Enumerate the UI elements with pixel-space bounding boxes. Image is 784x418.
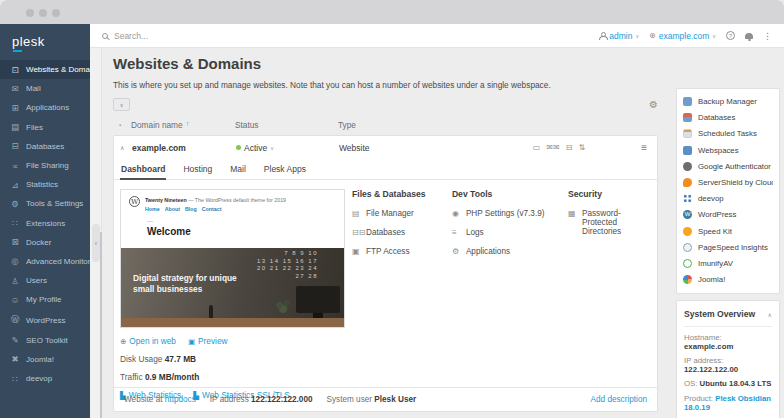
sidebar-collapse-handle[interactable]: ‹	[92, 224, 100, 262]
main-content: Websites & Domains This is where you set…	[102, 48, 668, 418]
settings-sliders-icon[interactable]	[578, 143, 585, 152]
sidebar-item-docker[interactable]: Docker	[0, 233, 90, 252]
ftp-access-item[interactable]: FTP Access	[352, 247, 445, 256]
php-icon	[452, 209, 461, 218]
database-icon: ⊟	[352, 228, 361, 237]
domain-name-header[interactable]: Domain name↑	[131, 120, 235, 130]
status-header[interactable]: Status	[235, 120, 338, 130]
tool-databases[interactable]: Databases	[683, 113, 773, 122]
help-button[interactable]: ?	[726, 31, 735, 40]
docker-icon	[10, 237, 20, 247]
folder-icon[interactable]	[533, 143, 541, 152]
column-title: Files & Databases	[352, 189, 445, 199]
add-description-link[interactable]: Add description	[591, 395, 647, 404]
password-protected-directories-item[interactable]: Password-Protected Directories	[568, 209, 651, 236]
file-manager-item[interactable]: File Manager	[352, 209, 445, 218]
sidebar-item-deevop[interactable]: deevop	[0, 369, 90, 388]
tool-joomla[interactable]: Joomla!	[683, 275, 773, 284]
hostname-row: Hostname: example.com	[684, 333, 772, 351]
plant-decoration	[274, 298, 292, 316]
sidebar-item-my-profile[interactable]: My Profile	[0, 290, 90, 309]
plesk-logo[interactable]: plesk	[0, 29, 90, 60]
collapse-panel-icon[interactable]: ∧	[768, 311, 772, 318]
status-dropdown[interactable]: Active∨	[236, 143, 339, 153]
tool-wordpress[interactable]: WordPress	[683, 210, 773, 219]
sidebar-item-advanced-monitoring[interactable]: Advanced Monitoring	[0, 252, 90, 271]
window-titlebar	[0, 0, 784, 24]
dev-tools-column: Dev Tools PHP Settings (v7.3.9) Logs App…	[452, 189, 561, 387]
profile-icon	[10, 295, 20, 305]
servershield-icon	[683, 178, 692, 187]
sidebar-item-label: Docker	[26, 238, 51, 247]
hostname-value: example.com	[684, 342, 733, 351]
preview-link[interactable]: Preview	[188, 336, 228, 346]
tool-deevop[interactable]: deevop	[683, 194, 773, 203]
domain-name[interactable]: example.com	[132, 143, 236, 153]
system-user-value: Plesk User	[374, 395, 416, 404]
sidebar-item-applications[interactable]: Applications	[0, 98, 90, 117]
sidebar-item-seo-toolkit[interactable]: SEO Toolkit	[0, 331, 90, 350]
extensions-icon	[10, 218, 20, 228]
collapse-all-icon[interactable]: ▪	[119, 122, 131, 128]
tool-servershield[interactable]: ServerShield by Cloudflare	[683, 178, 773, 187]
tab-plesk-apps[interactable]: Plesk Apps	[263, 159, 307, 179]
item-label: FTP Access	[366, 247, 410, 256]
user-menu[interactable]: admin∨	[599, 31, 639, 41]
right-panel: Backup Manager Databases Scheduled Tasks…	[668, 48, 784, 418]
joomla-icon	[683, 275, 692, 284]
domain-card-footer: Website at httpdocs IP address 122.122.1…	[114, 387, 657, 411]
tool-imunifyav[interactable]: ImunifyAV	[683, 259, 773, 268]
logs-item[interactable]: Logs	[452, 228, 561, 237]
sidebar-item-databases[interactable]: Databases	[0, 137, 90, 156]
applications-item[interactable]: Applications	[452, 247, 561, 256]
httpdocs-link[interactable]: httpdocs	[165, 395, 196, 404]
list-settings-gear-button[interactable]: ⚙	[649, 99, 658, 110]
item-label: PHP Settings (v7.3.9)	[466, 209, 545, 218]
search-input[interactable]	[114, 31, 334, 41]
tab-dashboard[interactable]: Dashboard	[120, 159, 166, 180]
applications-icon	[10, 103, 20, 113]
backup-manager-icon	[683, 97, 692, 106]
type-header[interactable]: Type	[338, 120, 648, 130]
tool-speed-kit[interactable]: Speed Kit	[683, 227, 773, 236]
tool-google-authenticator[interactable]: Google Authenticator	[683, 162, 773, 171]
domain-menu[interactable]: ⊕example.com∨	[649, 31, 716, 41]
sidebar-item-file-sharing[interactable]: File Sharing	[0, 156, 90, 175]
item-label: Logs	[466, 228, 484, 237]
sidebar-item-files[interactable]: Files	[0, 118, 90, 137]
tool-scheduled-tasks[interactable]: Scheduled Tasks	[683, 129, 773, 138]
php-settings-item[interactable]: PHP Settings (v7.3.9)	[452, 209, 561, 218]
tab-mail[interactable]: Mail	[229, 159, 247, 179]
databases-item[interactable]: ⊟Databases	[352, 228, 445, 237]
open-in-web-link[interactable]: Open in web	[120, 336, 176, 346]
sidebar-item-mail[interactable]: Mail	[0, 79, 90, 98]
tool-pagespeed-insights[interactable]: PageSpeed Insights	[683, 243, 773, 252]
tab-hosting[interactable]: Hosting	[182, 159, 213, 179]
sidebar-item-extensions[interactable]: Extensions	[0, 214, 90, 233]
add-domain-dropdown-button[interactable]: ∨	[113, 98, 130, 111]
tool-label: Webspaces	[698, 146, 739, 155]
sidebar-item-tools-settings[interactable]: Tools & Settings	[0, 194, 90, 213]
backup-icon[interactable]	[566, 143, 573, 152]
theme-brand-line: Twenty Nineteen — The WordPress default …	[145, 197, 340, 203]
sidebar-item-wordpress[interactable]: WordPress	[0, 309, 90, 330]
deevop-icon	[10, 374, 20, 384]
sidebar-item-users[interactable]: Users	[0, 271, 90, 290]
overflow-menu-button[interactable]: ⋮	[763, 31, 772, 41]
sidebar-item-statistics[interactable]: Statistics	[0, 175, 90, 194]
sidebar-item-label: SEO Toolkit	[26, 336, 68, 345]
mail-icon[interactable]: ✉	[546, 143, 559, 152]
collapse-row-icon[interactable]: ∧	[120, 144, 132, 151]
disk-usage-value: 47.7 MB	[165, 354, 196, 364]
file-manager-icon	[352, 209, 361, 218]
databases-tool-icon	[683, 113, 692, 122]
users-icon	[10, 276, 20, 286]
sidebar-item-joomla[interactable]: Joomla!	[0, 350, 90, 369]
row-menu-button[interactable]	[641, 142, 647, 153]
sidebar-item-websites-domains[interactable]: Websites & Domains	[0, 60, 90, 79]
scrollbar-thumb[interactable]	[100, 232, 102, 418]
tool-webspaces[interactable]: Webspaces	[683, 146, 773, 155]
notifications-button[interactable]	[745, 33, 753, 39]
tool-backup-manager[interactable]: Backup Manager	[683, 97, 773, 106]
website-preview-thumbnail[interactable]: W Twenty Nineteen — The WordPress defaul…	[120, 189, 345, 328]
